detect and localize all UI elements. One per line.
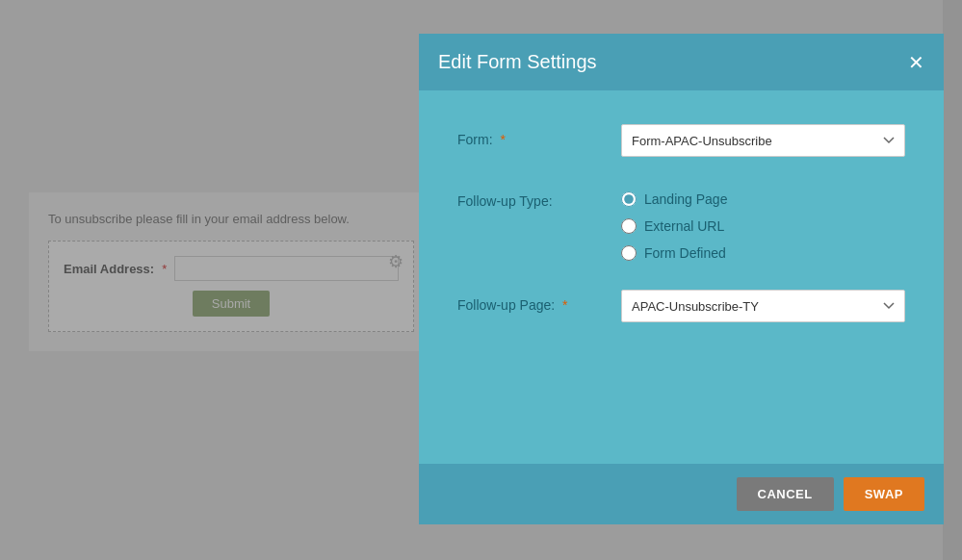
form-select-area: Form-APAC-Unsubscribe (621, 124, 905, 157)
form-row-followup-page: Follow-up Page: * APAC-Unsubscribe-TY (457, 290, 905, 322)
form-row-form: Form: * Form-APAC-Unsubscribe (457, 124, 905, 157)
radio-item-external[interactable]: External URL (621, 218, 905, 234)
form-select[interactable]: Form-APAC-Unsubscribe (621, 124, 905, 157)
followup-type-label: Follow-up Type: (457, 186, 621, 209)
followup-page-required-star: * (562, 297, 567, 313)
modal-container: Edit Form Settings ✕ Form: * Form-APAC-U… (0, 0, 962, 560)
radio-external-url[interactable] (621, 218, 637, 234)
edit-form-settings-modal: Edit Form Settings ✕ Form: * Form-APAC-U… (419, 34, 944, 524)
modal-body: Form: * Form-APAC-Unsubscribe Follow-up … (419, 90, 944, 464)
followup-page-label: Follow-up Page: * (457, 290, 621, 313)
form-required-star: * (500, 132, 505, 147)
radio-form-defined-label: Form Defined (644, 245, 726, 261)
modal-header: Edit Form Settings ✕ (419, 34, 944, 90)
followup-type-options: Landing Page External URL Form Defined (621, 186, 905, 261)
modal-close-button[interactable]: ✕ (908, 53, 924, 72)
cancel-button[interactable]: CANCEL (737, 477, 834, 511)
followup-page-select[interactable]: APAC-Unsubscribe-TY (621, 290, 905, 322)
followup-page-select-area: APAC-Unsubscribe-TY (621, 290, 905, 322)
radio-landing-page[interactable] (621, 191, 637, 207)
form-field-label: Form: * (457, 124, 621, 147)
form-row-followup-type: Follow-up Type: Landing Page External UR… (457, 186, 905, 261)
radio-form-defined[interactable] (621, 245, 637, 261)
swap-button[interactable]: SWAP (844, 477, 924, 511)
modal-footer: CANCEL SWAP (419, 464, 944, 524)
radio-external-url-label: External URL (644, 218, 724, 234)
radio-group: Landing Page External URL Form Defined (621, 186, 905, 261)
modal-title: Edit Form Settings (438, 51, 597, 73)
radio-item-form-defined[interactable]: Form Defined (621, 245, 905, 261)
radio-landing-page-label: Landing Page (644, 191, 727, 207)
radio-item-landing[interactable]: Landing Page (621, 191, 905, 207)
